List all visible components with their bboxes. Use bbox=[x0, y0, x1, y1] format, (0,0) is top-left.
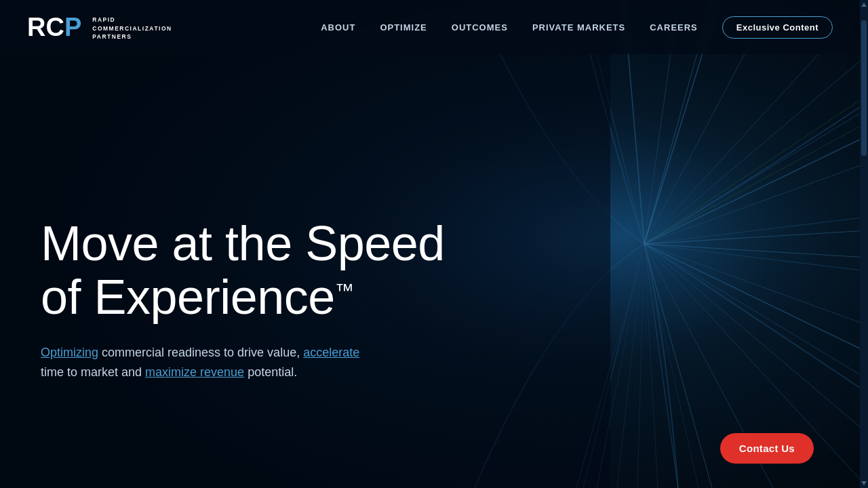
nav-about[interactable]: ABOUT bbox=[321, 22, 355, 33]
hero-subtext-line2-start: time to market and bbox=[41, 365, 145, 379]
hero-subtext-middle: commercial readiness to drive value, bbox=[98, 346, 303, 359]
nav-optimize[interactable]: OPTIMIZE bbox=[380, 22, 427, 33]
hero-link-accelerate[interactable]: accelerate bbox=[303, 346, 359, 359]
logo-p: P bbox=[64, 14, 81, 40]
logo-letters: R C P bbox=[27, 14, 81, 40]
nav-private-markets[interactable]: PRIVATE MARKETS bbox=[532, 22, 625, 33]
hero-content: Move at the Speed of Experience™ Optimiz… bbox=[41, 217, 445, 382]
nav-links: ABOUT OPTIMIZE OUTCOMES PRIVATE MARKETS … bbox=[321, 16, 833, 39]
exclusive-content-button[interactable]: Exclusive Content bbox=[722, 16, 833, 39]
hero-headline: Move at the Speed of Experience™ bbox=[41, 217, 445, 324]
hero-headline-line1: Move at the Speed bbox=[41, 216, 445, 270]
navbar: R C P RAPID COMMERCIALIZATION PARTNERS A… bbox=[0, 0, 860, 54]
logo-tagline-line1: RAPID bbox=[92, 16, 172, 24]
contact-us-button[interactable]: Contact Us bbox=[720, 433, 814, 464]
hero-subtext-line2-end: potential. bbox=[244, 365, 297, 379]
trademark: ™ bbox=[335, 280, 354, 301]
nav-outcomes[interactable]: OUTCOMES bbox=[452, 22, 508, 33]
hero-headline-line2: of Experience™ bbox=[41, 270, 353, 324]
hero-subtext: Optimizing commercial readiness to drive… bbox=[41, 343, 445, 382]
scrollbar[interactable] bbox=[860, 0, 868, 488]
hero-link-maximize[interactable]: maximize revenue bbox=[145, 365, 244, 379]
logo-tagline-line2: COMMERCIALIZATION bbox=[92, 24, 172, 33]
logo-text: RAPID COMMERCIALIZATION PARTNERS bbox=[92, 13, 172, 41]
nav-careers[interactable]: CAREERS bbox=[650, 22, 698, 33]
hero-link-optimizing[interactable]: Optimizing bbox=[41, 346, 98, 359]
logo[interactable]: R C P RAPID COMMERCIALIZATION PARTNERS bbox=[27, 13, 172, 41]
scrollbar-arrow-up[interactable] bbox=[861, 3, 867, 7]
scrollbar-arrow-down[interactable] bbox=[861, 481, 867, 485]
logo-c: C bbox=[45, 14, 64, 40]
logo-tagline-line3: PARTNERS bbox=[92, 33, 172, 41]
scrollbar-thumb[interactable] bbox=[861, 20, 867, 156]
logo-r: R bbox=[27, 14, 45, 40]
